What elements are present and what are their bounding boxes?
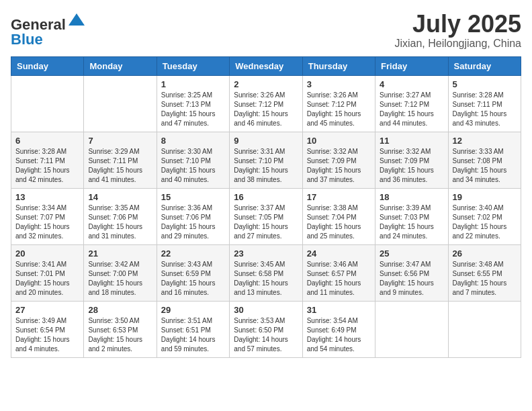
calendar-cell xyxy=(11,75,84,132)
calendar-week-3: 13Sunrise: 3:34 AM Sunset: 7:07 PM Dayli… xyxy=(11,188,521,244)
day-number: 25 xyxy=(380,248,443,259)
day-number: 26 xyxy=(453,248,517,259)
day-number: 22 xyxy=(161,248,225,259)
page-header: General Blue July 2025 Jixian, Heilongji… xyxy=(11,11,521,50)
logo-icon xyxy=(67,11,86,30)
calendar-cell: 21Sunrise: 3:42 AM Sunset: 7:00 PM Dayli… xyxy=(84,244,157,301)
weekday-header-saturday: Saturday xyxy=(448,56,521,75)
calendar-week-4: 20Sunrise: 3:41 AM Sunset: 7:01 PM Dayli… xyxy=(11,244,521,301)
day-number: 23 xyxy=(234,248,298,259)
calendar-cell: 23Sunrise: 3:45 AM Sunset: 6:58 PM Dayli… xyxy=(230,244,302,301)
day-info: Sunrise: 3:37 AM Sunset: 7:05 PM Dayligh… xyxy=(234,203,298,241)
calendar-cell: 3Sunrise: 3:26 AM Sunset: 7:12 PM Daylig… xyxy=(302,75,375,132)
calendar-cell: 11Sunrise: 3:32 AM Sunset: 7:09 PM Dayli… xyxy=(375,132,448,188)
day-number: 2 xyxy=(234,79,298,89)
calendar-cell: 31Sunrise: 3:54 AM Sunset: 6:49 PM Dayli… xyxy=(302,301,375,357)
day-info: Sunrise: 3:47 AM Sunset: 6:56 PM Dayligh… xyxy=(380,260,443,298)
day-number: 17 xyxy=(307,192,371,202)
day-number: 10 xyxy=(307,136,371,146)
day-info: Sunrise: 3:26 AM Sunset: 7:12 PM Dayligh… xyxy=(234,91,298,128)
day-number: 27 xyxy=(15,305,79,315)
calendar-cell: 20Sunrise: 3:41 AM Sunset: 7:01 PM Dayli… xyxy=(11,244,84,301)
day-info: Sunrise: 3:40 AM Sunset: 7:02 PM Dayligh… xyxy=(453,203,517,241)
calendar-cell: 10Sunrise: 3:32 AM Sunset: 7:09 PM Dayli… xyxy=(302,132,375,188)
calendar-table: SundayMondayTuesdayWednesdayThursdayFrid… xyxy=(11,56,521,358)
day-info: Sunrise: 3:45 AM Sunset: 6:58 PM Dayligh… xyxy=(234,260,298,298)
day-info: Sunrise: 3:34 AM Sunset: 7:07 PM Dayligh… xyxy=(15,203,79,241)
day-info: Sunrise: 3:25 AM Sunset: 7:13 PM Dayligh… xyxy=(161,91,225,128)
day-info: Sunrise: 3:54 AM Sunset: 6:49 PM Dayligh… xyxy=(307,316,371,354)
day-number: 8 xyxy=(161,136,225,146)
day-info: Sunrise: 3:39 AM Sunset: 7:03 PM Dayligh… xyxy=(380,203,443,241)
weekday-header-thursday: Thursday xyxy=(302,56,375,75)
day-number: 3 xyxy=(307,79,371,89)
day-number: 15 xyxy=(161,192,225,202)
day-number: 24 xyxy=(307,248,371,259)
calendar-cell: 24Sunrise: 3:46 AM Sunset: 6:57 PM Dayli… xyxy=(302,244,375,301)
month-title: July 2025 xyxy=(394,11,521,38)
calendar-cell: 17Sunrise: 3:38 AM Sunset: 7:04 PM Dayli… xyxy=(302,188,375,244)
day-info: Sunrise: 3:50 AM Sunset: 6:53 PM Dayligh… xyxy=(88,316,152,354)
calendar-cell: 28Sunrise: 3:50 AM Sunset: 6:53 PM Dayli… xyxy=(84,301,157,357)
calendar-cell: 4Sunrise: 3:27 AM Sunset: 7:12 PM Daylig… xyxy=(375,75,448,132)
calendar-cell: 9Sunrise: 3:31 AM Sunset: 7:10 PM Daylig… xyxy=(230,132,302,188)
day-number: 11 xyxy=(380,136,443,146)
day-number: 20 xyxy=(15,248,79,259)
day-info: Sunrise: 3:29 AM Sunset: 7:11 PM Dayligh… xyxy=(88,147,152,185)
day-info: Sunrise: 3:36 AM Sunset: 7:06 PM Dayligh… xyxy=(161,203,225,241)
calendar-cell: 19Sunrise: 3:40 AM Sunset: 7:02 PM Dayli… xyxy=(448,188,521,244)
day-number: 16 xyxy=(234,192,298,202)
calendar-cell xyxy=(448,301,521,357)
day-info: Sunrise: 3:35 AM Sunset: 7:06 PM Dayligh… xyxy=(88,203,152,241)
calendar-cell: 26Sunrise: 3:48 AM Sunset: 6:55 PM Dayli… xyxy=(448,244,521,301)
title-area: July 2025 Jixian, Heilongjiang, China xyxy=(394,11,521,50)
calendar-cell: 5Sunrise: 3:28 AM Sunset: 7:11 PM Daylig… xyxy=(448,75,521,132)
weekday-header-row: SundayMondayTuesdayWednesdayThursdayFrid… xyxy=(11,56,521,75)
day-info: Sunrise: 3:28 AM Sunset: 7:11 PM Dayligh… xyxy=(15,147,79,185)
weekday-header-monday: Monday xyxy=(84,56,157,75)
day-number: 14 xyxy=(88,192,152,202)
location-title: Jixian, Heilongjiang, China xyxy=(394,38,521,50)
weekday-header-sunday: Sunday xyxy=(11,56,84,75)
day-number: 6 xyxy=(15,136,79,146)
calendar-cell: 14Sunrise: 3:35 AM Sunset: 7:06 PM Dayli… xyxy=(84,188,157,244)
day-info: Sunrise: 3:28 AM Sunset: 7:11 PM Dayligh… xyxy=(453,91,517,128)
day-info: Sunrise: 3:46 AM Sunset: 6:57 PM Dayligh… xyxy=(307,260,371,298)
calendar-cell: 7Sunrise: 3:29 AM Sunset: 7:11 PM Daylig… xyxy=(84,132,157,188)
calendar-cell: 12Sunrise: 3:33 AM Sunset: 7:08 PM Dayli… xyxy=(448,132,521,188)
calendar-cell xyxy=(375,301,448,357)
day-number: 19 xyxy=(453,192,517,202)
calendar-cell: 25Sunrise: 3:47 AM Sunset: 6:56 PM Dayli… xyxy=(375,244,448,301)
day-number: 21 xyxy=(88,248,152,259)
calendar-cell: 1Sunrise: 3:25 AM Sunset: 7:13 PM Daylig… xyxy=(157,75,229,132)
day-info: Sunrise: 3:42 AM Sunset: 7:00 PM Dayligh… xyxy=(88,260,152,298)
day-info: Sunrise: 3:32 AM Sunset: 7:09 PM Dayligh… xyxy=(380,147,443,185)
weekday-header-wednesday: Wednesday xyxy=(230,56,302,75)
day-number: 9 xyxy=(234,136,298,146)
logo-blue: Blue xyxy=(11,31,43,48)
day-info: Sunrise: 3:26 AM Sunset: 7:12 PM Dayligh… xyxy=(307,91,371,128)
calendar-cell: 27Sunrise: 3:49 AM Sunset: 6:54 PM Dayli… xyxy=(11,301,84,357)
day-number: 31 xyxy=(307,305,371,315)
calendar-cell: 18Sunrise: 3:39 AM Sunset: 7:03 PM Dayli… xyxy=(375,188,448,244)
day-info: Sunrise: 3:51 AM Sunset: 6:51 PM Dayligh… xyxy=(161,316,225,354)
day-number: 5 xyxy=(453,79,517,89)
logo: General Blue xyxy=(11,11,86,47)
day-info: Sunrise: 3:48 AM Sunset: 6:55 PM Dayligh… xyxy=(453,260,517,298)
day-info: Sunrise: 3:49 AM Sunset: 6:54 PM Dayligh… xyxy=(15,316,79,354)
calendar-cell: 2Sunrise: 3:26 AM Sunset: 7:12 PM Daylig… xyxy=(230,75,302,132)
day-number: 28 xyxy=(88,305,152,315)
day-info: Sunrise: 3:43 AM Sunset: 6:59 PM Dayligh… xyxy=(161,260,225,298)
day-info: Sunrise: 3:31 AM Sunset: 7:10 PM Dayligh… xyxy=(234,147,298,185)
calendar-week-1: 1Sunrise: 3:25 AM Sunset: 7:13 PM Daylig… xyxy=(11,75,521,132)
day-info: Sunrise: 3:27 AM Sunset: 7:12 PM Dayligh… xyxy=(380,91,443,128)
calendar-cell: 6Sunrise: 3:28 AM Sunset: 7:11 PM Daylig… xyxy=(11,132,84,188)
day-number: 1 xyxy=(161,79,225,89)
svg-marker-0 xyxy=(69,13,85,26)
calendar-cell: 13Sunrise: 3:34 AM Sunset: 7:07 PM Dayli… xyxy=(11,188,84,244)
calendar-cell: 30Sunrise: 3:53 AM Sunset: 6:50 PM Dayli… xyxy=(230,301,302,357)
day-info: Sunrise: 3:30 AM Sunset: 7:10 PM Dayligh… xyxy=(161,147,225,185)
calendar-cell: 29Sunrise: 3:51 AM Sunset: 6:51 PM Dayli… xyxy=(157,301,229,357)
day-number: 7 xyxy=(88,136,152,146)
day-info: Sunrise: 3:32 AM Sunset: 7:09 PM Dayligh… xyxy=(307,147,371,185)
